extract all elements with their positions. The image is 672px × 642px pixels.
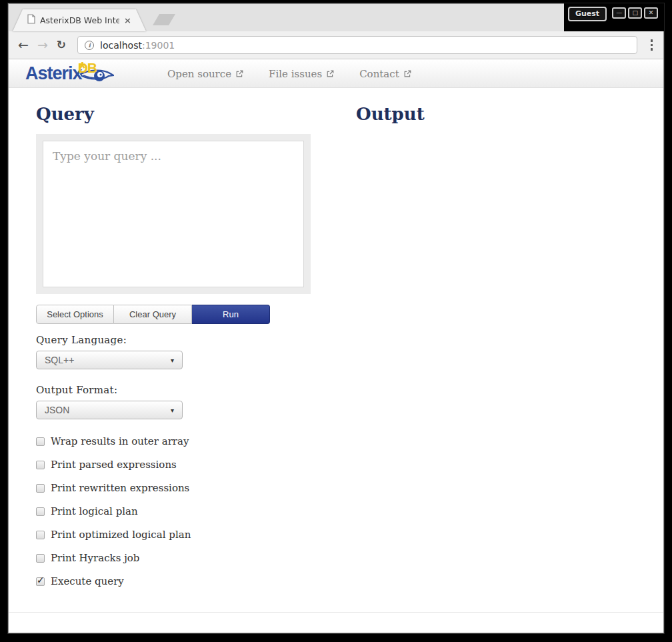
forward-icon: → [37, 39, 48, 51]
checkbox-row-print-parsed: ✓ Print parsed expressions [36, 457, 663, 472]
asterixdb-logo[interactable]: Asterix * DB [25, 63, 132, 85]
clear-query-button[interactable]: Clear Query [114, 305, 192, 324]
minimize-icon[interactable]: — [612, 7, 626, 19]
query-language-label: Query Language: [36, 334, 663, 346]
url-port: :19001 [142, 40, 175, 51]
query-options-checkboxes: ✓ Wrap results in outer array ✓ Print pa… [36, 434, 663, 589]
query-column: Query Select Options Clear Query Run Que… [36, 104, 663, 589]
tab-strip: AsterixDB Web Interface × Guest — □ ✕ [9, 4, 663, 31]
checkbox-label[interactable]: Print parsed expressions [51, 459, 177, 471]
page-info-icon[interactable]: i [85, 41, 94, 50]
page-icon [27, 14, 35, 27]
nav-link-file-issues[interactable]: File issues [269, 68, 334, 80]
query-input[interactable] [43, 141, 304, 287]
chevron-down-icon: ▾ [171, 357, 174, 364]
checkbox-label[interactable]: Print logical plan [51, 505, 138, 517]
browser-menu-icon[interactable] [648, 37, 656, 53]
wrap-results-checkbox[interactable]: ✓ [36, 437, 45, 446]
reload-icon[interactable]: ↻ [57, 39, 66, 51]
execute-query-checkbox[interactable]: ✓ [36, 577, 45, 586]
tab-close-icon[interactable]: × [124, 15, 131, 25]
browser-window: AsterixDB Web Interface × Guest — □ ✕ ← … [8, 3, 664, 633]
page-footer [9, 612, 663, 633]
checkbox-label[interactable]: Wrap results in outer array [51, 435, 189, 447]
query-heading: Query [36, 104, 663, 124]
browser-tab[interactable]: AsterixDB Web Interface × [13, 9, 146, 31]
check-icon: ✓ [37, 575, 45, 585]
run-button[interactable]: Run [192, 305, 270, 324]
checkbox-row-execute-query: ✓ Execute query [36, 574, 663, 589]
checkbox-row-print-hyracks: ✓ Print Hyracks job [36, 551, 663, 565]
print-optimized-plan-checkbox[interactable]: ✓ [36, 531, 45, 539]
checkbox-label[interactable]: Print optimized logical plan [51, 529, 191, 541]
page: Asterix * DB Open source [9, 60, 663, 633]
guest-profile-button[interactable]: Guest [568, 7, 607, 21]
checkbox-row-print-rewritten: ✓ Print rewritten expressions [36, 481, 663, 495]
site-navbar: Asterix * DB Open source [9, 60, 663, 88]
checkbox-label[interactable]: Print rewritten expressions [51, 482, 189, 494]
checkbox-row-wrap-results: ✓ Wrap results in outer array [36, 434, 663, 449]
query-button-group: Select Options Clear Query Run [36, 305, 663, 324]
close-icon[interactable]: ✕ [644, 7, 658, 19]
titlebar: Guest — □ ✕ [564, 3, 664, 31]
content-area: Query Select Options Clear Query Run Que… [9, 88, 663, 589]
new-tab-button[interactable] [153, 14, 175, 25]
window-controls: — □ ✕ [612, 7, 658, 19]
logo-db-text: DB [78, 60, 97, 76]
url-text: localhost:19001 [100, 40, 175, 51]
select-options-button[interactable]: Select Options [36, 305, 114, 324]
output-format-select[interactable]: JSON ▾ [36, 401, 183, 419]
checkbox-row-print-logical: ✓ Print logical plan [36, 504, 663, 519]
output-column: Output [356, 104, 425, 134]
print-rewritten-checkbox[interactable]: ✓ [36, 484, 45, 493]
nav-link-label: Contact [359, 68, 399, 80]
checkbox-label[interactable]: Execute query [51, 575, 124, 587]
output-format-label: Output Format: [36, 384, 663, 396]
print-hyracks-job-checkbox[interactable]: ✓ [36, 554, 45, 563]
checkbox-label[interactable]: Print Hyracks job [51, 552, 139, 564]
maximize-icon[interactable]: □ [628, 7, 642, 19]
output-format-value: JSON [45, 405, 69, 415]
print-logical-plan-checkbox[interactable]: ✓ [36, 507, 45, 516]
query-language-select[interactable]: SQL++ ▾ [36, 351, 183, 369]
nav-link-label: File issues [269, 68, 322, 80]
nav-link-label: Open source [167, 68, 231, 80]
chevron-down-icon: ▾ [171, 407, 174, 414]
address-bar[interactable]: i localhost:19001 [77, 36, 637, 54]
nav-link-open-source[interactable]: Open source [167, 68, 243, 80]
external-link-icon [236, 70, 243, 77]
desktop-background: AsterixDB Web Interface × Guest — □ ✕ ← … [0, 0, 672, 642]
logo-asterix-text: Asterix [25, 63, 82, 84]
back-icon[interactable]: ← [18, 39, 29, 51]
checkbox-row-print-optimized: ✓ Print optimized logical plan [36, 527, 663, 542]
nav-link-contact[interactable]: Contact [359, 68, 411, 80]
print-parsed-checkbox[interactable]: ✓ [36, 461, 45, 469]
url-host: localhost [100, 40, 142, 51]
external-link-icon [404, 70, 411, 77]
browser-toolbar: ← → ↻ i localhost:19001 [9, 31, 663, 59]
output-heading: Output [356, 104, 425, 124]
external-link-icon [327, 70, 334, 77]
nav-links: Open source File issues Contact [167, 68, 411, 80]
query-editor-panel [36, 134, 311, 294]
query-language-value: SQL++ [45, 355, 74, 365]
tab-title: AsterixDB Web Interface [40, 15, 119, 25]
